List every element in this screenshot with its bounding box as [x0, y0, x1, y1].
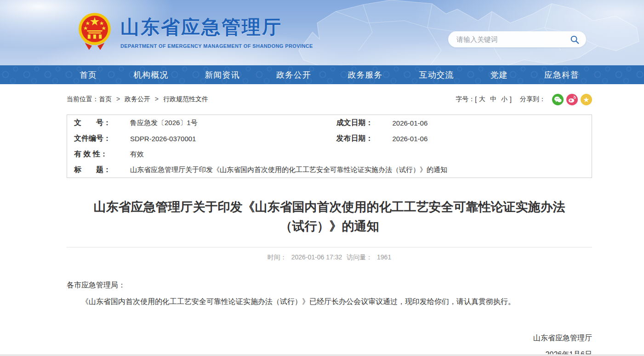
time-value: 2026-01-06 17:32	[291, 253, 342, 261]
bracket-close: ]	[510, 96, 512, 103]
share-wechat-icon[interactable]	[552, 94, 564, 105]
page-content: 当前位置：首页 > 政务公开 > 行政规范性文件 字号： [ 大 中 小 ] 分…	[67, 84, 592, 356]
publish-date-value: 2026-01-06	[382, 135, 428, 143]
bracket-open: [	[475, 96, 477, 103]
font-size-large[interactable]: 大	[479, 95, 485, 103]
document-info-table: 文 号： 鲁应急发〔2026〕1号 成文日期： 2026-01-06 文件编号：…	[67, 115, 592, 178]
validity-value: 有效	[120, 150, 144, 159]
site-brand[interactable]: 山东省应急管理厅 DEPARTMENT OF EMERGENCY MANAGEM…	[77, 12, 313, 52]
doc-title-value: 山东省应急管理厅关于印发《山东省国内首次使用的化工工艺安全可靠性论证实施办法（试…	[120, 166, 447, 174]
site-title-en: DEPARTMENT OF EMERGENCY MANAGEMENT OF SH…	[120, 43, 313, 49]
breadcrumb: 当前位置：首页 > 政务公开 > 行政规范性文件	[67, 95, 208, 103]
main-nav: 首页 机构概况 新闻资讯 政务公开 政务服务 互动交流 党建 应急科普	[0, 65, 644, 84]
doc-title-label: 标 题：	[67, 165, 120, 175]
time-label: 时间：	[268, 253, 287, 261]
font-size-small[interactable]: 小	[501, 95, 507, 103]
nav-item-about[interactable]: 机构概况	[133, 69, 168, 80]
nav-item-interact[interactable]: 互动交流	[419, 69, 454, 80]
written-date-value: 2026-01-06	[382, 119, 428, 127]
nav-item-party[interactable]: 党建	[490, 69, 508, 80]
publish-date-cell: 发布日期： 2026-01-06	[330, 134, 592, 144]
table-row: 文 号： 鲁应急发〔2026〕1号 成文日期： 2026-01-06	[67, 115, 592, 131]
salutation: 各市应急管理局：	[67, 278, 592, 292]
nav-item-news[interactable]: 新闻资讯	[205, 69, 240, 80]
written-date-cell: 成文日期： 2026-01-06	[330, 118, 592, 128]
article-meta-line: 时间： 2026-01-06 17:32 访问量： 1961	[67, 247, 592, 262]
site-title: 山东省应急管理厅	[120, 15, 313, 40]
signature-name: 山东省应急管理厅	[67, 330, 592, 346]
nav-items: 首页 机构概况 新闻资讯 政务公开 政务服务 互动交流 党建 应急科普	[67, 65, 592, 84]
breadcrumb-home[interactable]: 首页	[99, 95, 112, 103]
site-header: 山东省应急管理厅 DEPARTMENT OF EMERGENCY MANAGEM…	[0, 0, 644, 65]
breadcrumb-gov-open[interactable]: 政务公开	[125, 95, 150, 103]
nav-item-gov-serv[interactable]: 政务服务	[348, 69, 382, 80]
doc-title-cell: 标 题： 山东省应急管理厅关于印发《山东省国内首次使用的化工工艺安全可靠性论证实…	[67, 165, 592, 175]
nav-item-science[interactable]: 应急科普	[544, 69, 579, 80]
star-glyph: ★	[583, 96, 589, 103]
article-paragraph: 《山东省国内首次使用的化工工艺安全可靠性论证实施办法（试行）》已经厅长办公会议审…	[67, 295, 592, 309]
breadcrumb-row: 当前位置：首页 > 政务公开 > 行政规范性文件 字号： [ 大 中 小 ] 分…	[67, 84, 592, 115]
validity-cell: 有 效 性： 有效	[67, 149, 592, 159]
site-titles: 山东省应急管理厅 DEPARTMENT OF EMERGENCY MANAGEM…	[120, 15, 313, 49]
visits-label: 访问量：	[347, 253, 372, 261]
breadcrumb-prefix: 当前位置：	[67, 95, 99, 103]
table-row: 标 题： 山东省应急管理厅关于印发《山东省国内首次使用的化工工艺安全可靠性论证实…	[67, 162, 592, 178]
signature-block: 山东省应急管理厅 2026年1月6日	[67, 330, 592, 356]
nav-item-gov-open[interactable]: 政务公开	[276, 69, 311, 80]
visits-value: 1961	[377, 253, 391, 261]
share-qzone-star-icon[interactable]: ★	[581, 94, 592, 105]
publish-date-label: 发布日期：	[330, 134, 382, 144]
doc-number-value: 鲁应急发〔2026〕1号	[120, 119, 198, 127]
share-weibo-icon[interactable]	[566, 94, 578, 105]
doc-number-cell: 文 号： 鲁应急发〔2026〕1号	[67, 118, 330, 128]
doc-number-label: 文 号：	[67, 118, 120, 128]
written-date-label: 成文日期：	[330, 118, 382, 128]
article-body: 各市应急管理局： 《山东省国内首次使用的化工工艺安全可靠性论证实施办法（试行）》…	[67, 278, 592, 356]
breadcrumb-current[interactable]: 行政规范性文件	[163, 95, 208, 103]
file-code-label: 文件编号：	[67, 134, 120, 144]
breadcrumb-separator: >	[116, 95, 120, 103]
article-title-line2: （试行）》的通知	[280, 219, 379, 233]
table-row: 文件编号： SDPR-2026-0370001 发布日期： 2026-01-06	[67, 131, 592, 146]
file-code-cell: 文件编号： SDPR-2026-0370001	[67, 134, 330, 144]
article-title: 山东省应急管理厅关于印发《山东省国内首次使用的化工工艺安全可靠性论证实施办法 （…	[67, 197, 592, 236]
search-box	[448, 31, 586, 47]
share-label: 分享到：	[520, 95, 546, 103]
footer-divider	[0, 354, 644, 356]
national-emblem-icon	[77, 12, 112, 52]
table-row: 有 效 性： 有效	[67, 146, 592, 162]
file-code-value: SDPR-2026-0370001	[120, 135, 196, 143]
font-size-label: 字号：	[456, 95, 475, 103]
search-input[interactable]	[456, 35, 570, 43]
page-tools: 字号： [ 大 中 小 ] 分享到：	[456, 94, 592, 105]
article-title-line1: 山东省应急管理厅关于印发《山东省国内首次使用的化工工艺安全可靠性论证实施办法	[94, 200, 565, 214]
validity-label: 有 效 性：	[67, 149, 120, 159]
breadcrumb-separator: >	[155, 95, 159, 103]
font-size-medium[interactable]: 中	[490, 95, 496, 103]
search-icon[interactable]	[570, 34, 580, 45]
nav-item-home[interactable]: 首页	[80, 69, 97, 80]
